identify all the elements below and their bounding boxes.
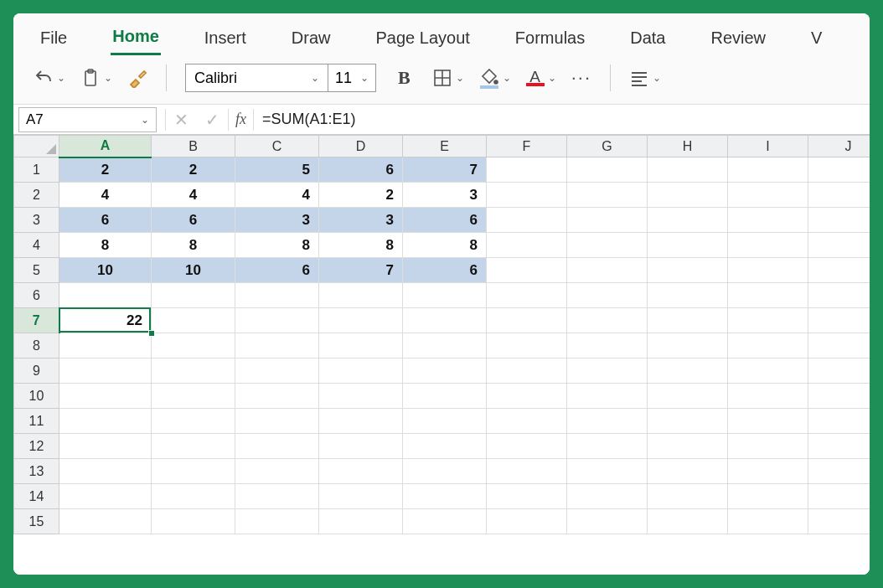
cell-B6[interactable] bbox=[152, 283, 235, 308]
cell-D4[interactable]: 8 bbox=[319, 233, 403, 258]
cell-J6[interactable] bbox=[808, 283, 870, 308]
cell-E11[interactable] bbox=[403, 409, 487, 434]
cell-I7[interactable] bbox=[728, 308, 808, 333]
cell-H11[interactable] bbox=[648, 409, 728, 434]
row-header-11[interactable]: 11 bbox=[14, 409, 59, 434]
cell-F9[interactable] bbox=[487, 358, 567, 384]
cell-A12[interactable] bbox=[59, 434, 152, 459]
cell-J5[interactable] bbox=[808, 258, 870, 283]
tab-data[interactable]: Data bbox=[628, 23, 667, 54]
cell-F15[interactable] bbox=[487, 509, 567, 534]
cell-A2[interactable]: 4 bbox=[59, 183, 152, 208]
cell-I1[interactable] bbox=[728, 157, 808, 183]
cell-G14[interactable] bbox=[567, 484, 648, 509]
cell-D10[interactable] bbox=[319, 384, 403, 409]
row-header-3[interactable]: 3 bbox=[14, 208, 59, 233]
cell-J9[interactable] bbox=[808, 358, 870, 384]
cell-G3[interactable] bbox=[567, 208, 648, 233]
cell-B1[interactable]: 2 bbox=[152, 157, 235, 183]
cell-J1[interactable] bbox=[808, 157, 870, 183]
cell-J7[interactable] bbox=[808, 308, 870, 333]
cell-D14[interactable] bbox=[319, 484, 403, 509]
row-header-9[interactable]: 9 bbox=[14, 358, 59, 384]
cell-B13[interactable] bbox=[152, 459, 235, 484]
cell-H1[interactable] bbox=[648, 157, 728, 183]
cell-I12[interactable] bbox=[728, 434, 808, 459]
cell-F10[interactable] bbox=[487, 384, 567, 409]
cell-D7[interactable] bbox=[319, 308, 403, 333]
cell-A15[interactable] bbox=[59, 509, 152, 534]
cell-E1[interactable]: 7 bbox=[403, 157, 487, 183]
cell-J15[interactable] bbox=[808, 509, 870, 534]
row-header-5[interactable]: 5 bbox=[14, 258, 59, 283]
bold-button[interactable]: B bbox=[391, 67, 417, 89]
cell-B5[interactable]: 10 bbox=[152, 258, 235, 283]
col-header-B[interactable]: B bbox=[152, 136, 235, 157]
cell-I13[interactable] bbox=[728, 459, 808, 484]
cell-A6[interactable] bbox=[59, 283, 152, 308]
cell-E13[interactable] bbox=[403, 459, 487, 484]
font-color-button[interactable]: A ⌄ bbox=[526, 70, 556, 86]
cell-C3[interactable]: 3 bbox=[235, 208, 319, 233]
cell-F8[interactable] bbox=[487, 333, 567, 358]
cell-F13[interactable] bbox=[487, 459, 567, 484]
cell-C13[interactable] bbox=[235, 459, 319, 484]
paste-button[interactable]: ⌄ bbox=[80, 68, 112, 88]
cell-F6[interactable] bbox=[487, 283, 567, 308]
col-header-H[interactable]: H bbox=[648, 136, 728, 157]
cell-D1[interactable]: 6 bbox=[319, 157, 403, 183]
cell-E6[interactable] bbox=[403, 283, 487, 308]
cell-C1[interactable]: 5 bbox=[235, 157, 319, 183]
cell-C6[interactable] bbox=[235, 283, 319, 308]
cell-E8[interactable] bbox=[403, 333, 487, 358]
cell-G15[interactable] bbox=[567, 509, 648, 534]
cell-F12[interactable] bbox=[487, 434, 567, 459]
cell-I11[interactable] bbox=[728, 409, 808, 434]
cell-G2[interactable] bbox=[567, 183, 648, 208]
font-selector[interactable]: Calibri ⌄ 11 ⌄ bbox=[185, 64, 376, 92]
cell-H4[interactable] bbox=[648, 233, 728, 258]
col-header-E[interactable]: E bbox=[403, 136, 487, 157]
col-header-D[interactable]: D bbox=[319, 136, 403, 157]
cell-B7[interactable] bbox=[152, 308, 235, 333]
cell-G4[interactable] bbox=[567, 233, 648, 258]
cell-B8[interactable] bbox=[152, 333, 235, 358]
cell-G8[interactable] bbox=[567, 333, 648, 358]
cell-I8[interactable] bbox=[728, 333, 808, 358]
format-painter-button[interactable] bbox=[127, 68, 147, 88]
cell-C11[interactable] bbox=[235, 409, 319, 434]
fill-handle[interactable] bbox=[148, 330, 155, 337]
font-name-dropdown[interactable]: Calibri ⌄ bbox=[186, 64, 328, 91]
cell-C12[interactable] bbox=[235, 434, 319, 459]
cancel-formula-button[interactable]: ✕ bbox=[166, 110, 197, 130]
cell-A11[interactable] bbox=[59, 409, 152, 434]
cell-F4[interactable] bbox=[487, 233, 567, 258]
tab-view-cut[interactable]: V bbox=[809, 23, 824, 54]
cell-G12[interactable] bbox=[567, 434, 648, 459]
cell-G5[interactable] bbox=[567, 258, 648, 283]
cell-J13[interactable] bbox=[808, 459, 870, 484]
row-header-14[interactable]: 14 bbox=[14, 484, 59, 509]
col-header-J[interactable]: J bbox=[808, 136, 870, 157]
row-header-1[interactable]: 1 bbox=[14, 157, 59, 183]
cell-I3[interactable] bbox=[728, 208, 808, 233]
row-header-13[interactable]: 13 bbox=[14, 459, 59, 484]
cell-C5[interactable]: 6 bbox=[235, 258, 319, 283]
cell-H5[interactable] bbox=[648, 258, 728, 283]
cell-D11[interactable] bbox=[319, 409, 403, 434]
cell-D6[interactable] bbox=[319, 283, 403, 308]
col-header-A[interactable]: A bbox=[59, 136, 152, 157]
cell-E12[interactable] bbox=[403, 434, 487, 459]
cell-B3[interactable]: 6 bbox=[152, 208, 235, 233]
cell-A7[interactable]: 22 bbox=[59, 308, 152, 333]
row-header-7[interactable]: 7 bbox=[14, 308, 59, 333]
cell-I9[interactable] bbox=[728, 358, 808, 384]
tab-page-layout[interactable]: Page Layout bbox=[374, 23, 472, 54]
cell-E2[interactable]: 3 bbox=[403, 183, 487, 208]
cell-C8[interactable] bbox=[235, 333, 319, 358]
cell-G7[interactable] bbox=[567, 308, 648, 333]
cell-E9[interactable] bbox=[403, 358, 487, 384]
cell-D3[interactable]: 3 bbox=[319, 208, 403, 233]
row-header-6[interactable]: 6 bbox=[14, 283, 59, 308]
row-header-10[interactable]: 10 bbox=[14, 384, 59, 409]
